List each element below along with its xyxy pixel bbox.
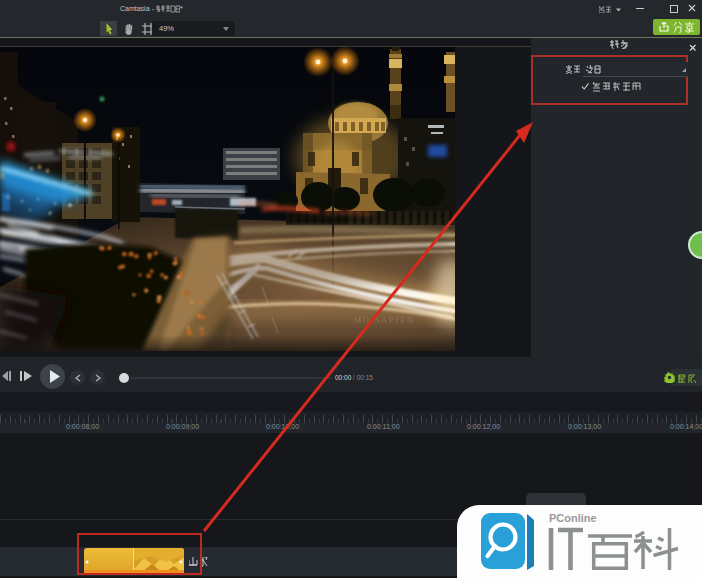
svg-text:MO SAPIEN: MO SAPIEN: [354, 316, 415, 325]
